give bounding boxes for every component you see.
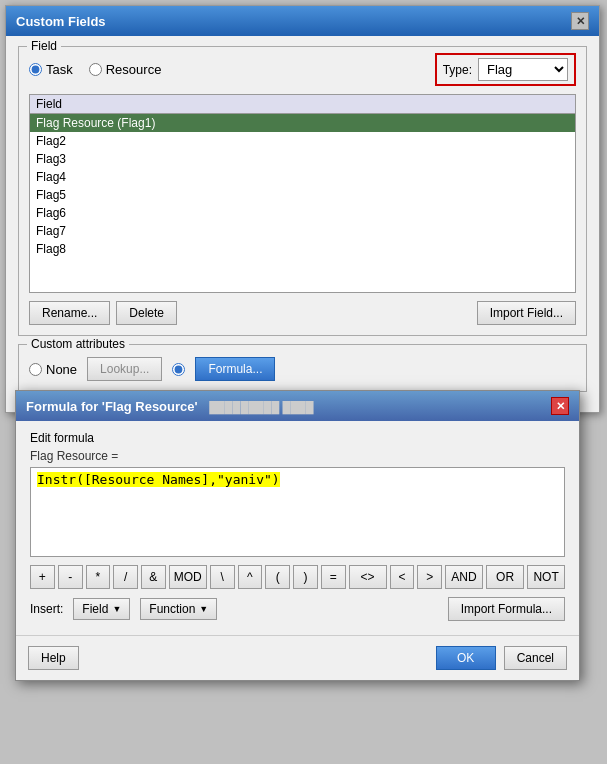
list-item[interactable]: Flag6	[30, 204, 575, 222]
op-multiply-button[interactable]: *	[86, 565, 111, 589]
op-not-button[interactable]: NOT	[527, 565, 565, 589]
field-radio-group: Task Resource	[29, 62, 419, 77]
resource-radio[interactable]	[89, 63, 102, 76]
delete-button[interactable]: Delete	[116, 301, 177, 325]
formula-close-button[interactable]: ✕	[551, 397, 569, 415]
op-equals-button[interactable]: =	[321, 565, 346, 589]
edit-formula-label: Edit formula	[30, 431, 565, 445]
task-radio-label[interactable]: Task	[29, 62, 73, 77]
import-formula-button[interactable]: Import Formula...	[448, 597, 565, 621]
function-dropdown-arrow-icon: ▼	[199, 604, 208, 614]
op-plus-button[interactable]: +	[30, 565, 55, 589]
list-item[interactable]: Flag4	[30, 168, 575, 186]
custom-fields-body: Field Task Resource Type:	[6, 36, 599, 412]
insert-label: Insert:	[30, 602, 63, 616]
op-or-button[interactable]: OR	[486, 565, 524, 589]
type-dropdown: Flag Text Number Date Duration Cost	[478, 58, 568, 81]
op-caret-button[interactable]: ^	[238, 565, 263, 589]
type-select[interactable]: Flag Text Number Date Duration Cost	[478, 58, 568, 81]
op-close-paren-button[interactable]: )	[293, 565, 318, 589]
op-divide-button[interactable]: /	[113, 565, 138, 589]
custom-fields-close-button[interactable]: ✕	[571, 12, 589, 30]
type-selector: Type: Flag Text Number Date Duration Cos…	[435, 53, 576, 86]
custom-fields-titlebar: Custom Fields ✕	[6, 6, 599, 36]
none-radio[interactable]	[29, 363, 42, 376]
cancel-button[interactable]: Cancel	[504, 646, 567, 670]
import-field-button[interactable]: Import Field...	[477, 301, 576, 325]
op-mod-button[interactable]: MOD	[169, 565, 207, 589]
field-group-label: Field	[27, 39, 61, 53]
op-gt-button[interactable]: >	[417, 565, 442, 589]
lookup-button[interactable]: Lookup...	[87, 357, 162, 381]
formula-radio[interactable]	[172, 363, 185, 376]
custom-fields-dialog: Custom Fields ✕ Field Task Resource	[5, 5, 600, 413]
ok-button[interactable]: OK	[436, 646, 496, 670]
field-dropdown-arrow-icon: ▼	[112, 604, 121, 614]
list-item[interactable]: Flag5	[30, 186, 575, 204]
field-type-row: Task Resource Type: Flag Text Number	[29, 53, 576, 86]
formula-editor-box[interactable]: Instr([Resource Names],"yaniv")	[30, 467, 565, 557]
function-dropdown-button[interactable]: Function ▼	[140, 598, 217, 620]
task-radio[interactable]	[29, 63, 42, 76]
custom-attrs-row: None Lookup... Formula...	[29, 351, 576, 381]
formula-bottom-row: Help OK Cancel	[16, 635, 579, 680]
none-label: None	[46, 362, 77, 377]
formula-title-suffix: █████████ ████	[209, 401, 313, 413]
op-open-paren-button[interactable]: (	[265, 565, 290, 589]
list-item[interactable]: Flag Resource (Flag1)	[30, 114, 575, 132]
formula-radio-label[interactable]	[172, 363, 185, 376]
help-button[interactable]: Help	[28, 646, 79, 670]
field-dropdown-button[interactable]: Field ▼	[73, 598, 130, 620]
formula-text: Instr([Resource Names],"yaniv")	[37, 472, 280, 487]
op-lt-button[interactable]: <	[390, 565, 415, 589]
op-ampersand-button[interactable]: &	[141, 565, 166, 589]
formula-field-label: Flag Resource =	[30, 449, 565, 463]
formula-body: Edit formula Flag Resource = Instr([Reso…	[16, 421, 579, 635]
custom-fields-title: Custom Fields	[16, 14, 106, 29]
operator-row: + - * / & MOD \ ^ ( ) = <> < > AND OR NO…	[30, 565, 565, 589]
list-item[interactable]: Flag7	[30, 222, 575, 240]
custom-attributes-label: Custom attributes	[27, 337, 129, 351]
formula-title: Formula for 'Flag Resource' █████████ ██…	[26, 399, 314, 414]
resource-label: Resource	[106, 62, 162, 77]
field-list-header: Field	[29, 94, 576, 113]
formula-titlebar: Formula for 'Flag Resource' █████████ ██…	[16, 391, 579, 421]
task-label: Task	[46, 62, 73, 77]
list-item[interactable]: Flag3	[30, 150, 575, 168]
list-item[interactable]: Flag2	[30, 132, 575, 150]
custom-attributes-group: Custom attributes None Lookup... Formula…	[18, 344, 587, 392]
none-radio-label[interactable]: None	[29, 362, 77, 377]
bottom-right-buttons: OK Cancel	[436, 646, 567, 670]
type-label: Type:	[443, 63, 472, 77]
op-notequal-button[interactable]: <>	[349, 565, 387, 589]
op-minus-button[interactable]: -	[58, 565, 83, 589]
rename-button[interactable]: Rename...	[29, 301, 110, 325]
field-group: Field Task Resource Type:	[18, 46, 587, 336]
op-and-button[interactable]: AND	[445, 565, 483, 589]
formula-button[interactable]: Formula...	[195, 357, 275, 381]
formula-dialog: Formula for 'Flag Resource' █████████ ██…	[15, 390, 580, 681]
field-list[interactable]: Flag Resource (Flag1) Flag2 Flag3 Flag4 …	[29, 113, 576, 293]
list-item[interactable]: Flag8	[30, 240, 575, 258]
insert-row: Insert: Field ▼ Function ▼ Import Formul…	[30, 597, 565, 621]
resource-radio-label[interactable]: Resource	[89, 62, 162, 77]
op-backslash-button[interactable]: \	[210, 565, 235, 589]
field-btn-row: Rename... Delete Import Field...	[29, 301, 576, 325]
